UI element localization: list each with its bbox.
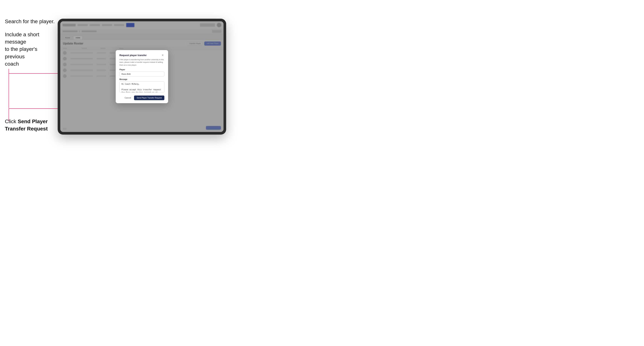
tablet-screen: Roster Active Update Roster Transfer Pla…	[60, 21, 224, 132]
message-label: Message	[120, 78, 164, 80]
modal-close-button[interactable]: ✕	[161, 53, 164, 57]
tablet-device: Roster Active Update Roster Transfer Pla…	[58, 19, 226, 135]
modal-overlay: Request player transfer ✕ If the player …	[60, 21, 224, 132]
player-label: Player	[120, 69, 164, 71]
player-input[interactable]	[120, 72, 164, 76]
modal-footer: Cancel Send Player Transfer Request	[120, 96, 164, 100]
modal-description: If the player is transferring from anoth…	[120, 58, 164, 66]
modal-title: Request player transfer	[120, 54, 146, 57]
annotation-click-line-v	[8, 108, 9, 121]
annotation-click-prefix: Click	[5, 119, 18, 124]
annotation-search-text: Search for the player.	[5, 18, 55, 25]
send-transfer-request-button[interactable]: Send Player Transfer Request	[134, 96, 164, 100]
annotation-message-line-v	[8, 69, 9, 108]
annotation-message-text: Include a short messageto the player's p…	[5, 31, 54, 67]
modal-title-row: Request player transfer ✕	[120, 53, 164, 57]
cancel-button[interactable]: Cancel	[123, 96, 132, 100]
message-textarea[interactable]: Hi Coach McHarg, Please accept this tran…	[120, 81, 164, 93]
request-transfer-modal: Request player transfer ✕ If the player …	[116, 50, 168, 103]
annotation-click-text: Click Send PlayerTransfer Request	[5, 118, 54, 132]
